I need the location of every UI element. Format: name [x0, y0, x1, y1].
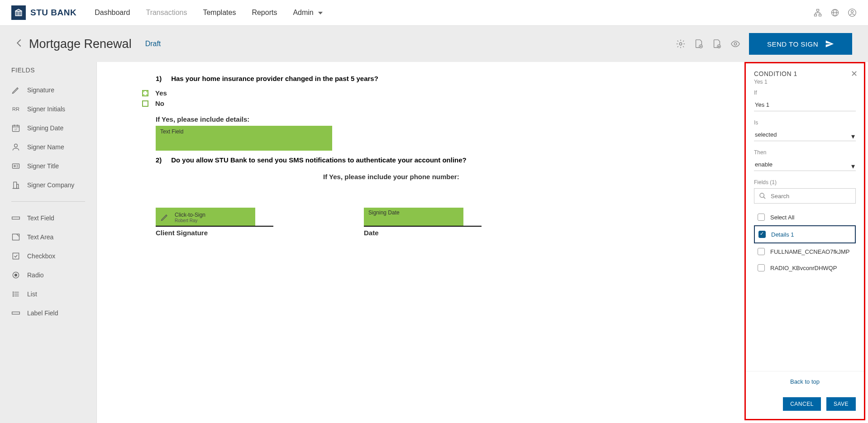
checkbox — [758, 264, 765, 271]
radio-no[interactable]: No — [142, 98, 809, 109]
if-input[interactable] — [754, 99, 856, 111]
gear-icon[interactable] — [676, 39, 686, 49]
signature-row: Click-to-Sign Robert Ray Client Signatur… — [156, 208, 809, 237]
nav-admin[interactable]: Admin — [293, 9, 322, 17]
field-label: Signing Date — [27, 124, 63, 132]
user-icon[interactable] — [848, 8, 857, 17]
field-list[interactable]: List — [0, 285, 96, 304]
cancel-button[interactable]: CANCEL — [783, 397, 821, 411]
search-input[interactable] — [771, 193, 851, 200]
field-label: Text Area — [27, 233, 53, 241]
sitemap-icon[interactable] — [813, 8, 822, 17]
sub-header: Mortgage Renewal Draft SEND TO SIGN — [0, 26, 868, 62]
nav-transactions[interactable]: Transactions — [146, 9, 187, 17]
list-icon — [11, 290, 20, 299]
field-signer-company[interactable]: Signer Company — [0, 176, 96, 195]
send-to-sign-button[interactable]: SEND TO SIGN — [749, 33, 852, 55]
nav-templates[interactable]: Templates — [203, 9, 236, 17]
q1-text: Has your home insurance provider changed… — [171, 75, 378, 82]
page-title: Mortgage Renewal — [29, 37, 132, 51]
svg-point-44 — [13, 294, 14, 295]
textarea-icon — [11, 233, 20, 242]
q1-number: 1) — [156, 75, 169, 82]
svg-point-45 — [13, 295, 14, 296]
field-label: List — [27, 290, 37, 298]
svg-rect-37 — [13, 253, 19, 259]
field-signature[interactable]: Signature — [0, 81, 96, 100]
sub-header-actions: SEND TO SIGN — [676, 33, 852, 55]
sig-line — [156, 226, 273, 227]
field-item-fullname[interactable]: FULLNAME_CCNEAO7fkJMP — [754, 243, 856, 260]
field-item-radio[interactable]: RADIO_KBvconrDHWQP — [754, 260, 856, 276]
badge-icon — [11, 162, 20, 171]
globe-icon[interactable] — [830, 8, 839, 17]
field-signer-title[interactable]: Signer Title — [0, 157, 96, 176]
select-all-row[interactable]: Select All — [754, 209, 856, 225]
panel-title: CONDITION 1 — [754, 70, 856, 77]
radio-icon — [11, 271, 20, 280]
svg-point-27 — [14, 144, 18, 147]
save-button[interactable]: SAVE — [826, 397, 856, 411]
svg-rect-35 — [12, 217, 20, 219]
details-text-field[interactable]: Text Field — [156, 126, 332, 151]
svg-point-16 — [679, 43, 682, 45]
field-label: Label Field — [27, 309, 58, 317]
field-label: Signer Title — [27, 162, 59, 170]
signature-field[interactable]: Click-to-Sign Robert Ray — [156, 208, 255, 227]
nav-dashboard[interactable]: Dashboard — [95, 9, 130, 17]
paper-plane-icon — [825, 39, 834, 48]
field-label: Signer Company — [27, 181, 74, 189]
field-text-field[interactable]: Text Field — [0, 209, 96, 228]
svg-point-21 — [734, 43, 737, 45]
date-field-label: Signing Date — [368, 209, 400, 216]
svg-rect-6 — [819, 14, 821, 16]
select-all-checkbox — [758, 214, 765, 221]
question-2: 2) Do you allow STU Bank to send you SMS… — [156, 156, 809, 164]
field-signing-date[interactable]: 17 Signing Date — [0, 119, 96, 138]
doc-down-icon[interactable] — [712, 39, 722, 49]
main: FIELDS Signature RR Signer Initials 17 S… — [0, 62, 868, 423]
date-label: Date — [364, 229, 482, 237]
sig-signer-name: Robert Ray — [175, 218, 205, 223]
back-chevron-icon[interactable] — [16, 38, 22, 50]
close-icon[interactable]: ✕ — [851, 69, 858, 79]
then-label: Then — [754, 149, 856, 156]
sig-click-label: Click-to-Sign — [175, 212, 205, 218]
condition-panel: CONDITION 1 Yes 1 ✕ If Is selected ▾ The… — [744, 62, 865, 420]
checkbox-icon — [11, 252, 20, 261]
field-signer-name[interactable]: Signer Name — [0, 138, 96, 157]
then-select[interactable]: enable — [754, 158, 856, 171]
svg-point-15 — [851, 10, 854, 13]
panel-subtitle: Yes 1 — [754, 79, 856, 85]
nav-reports[interactable]: Reports — [252, 9, 277, 17]
svg-rect-33 — [17, 184, 19, 188]
q2-detail-prompt: If Yes, please include your phone number… — [323, 173, 809, 181]
logo[interactable]: STU BANK — [11, 5, 76, 20]
field-label: Text Field — [27, 214, 54, 222]
text-field-placeholder: Text Field — [160, 128, 183, 135]
logo-icon — [11, 5, 26, 20]
radio-yes[interactable]: Yes — [142, 88, 809, 98]
eye-icon[interactable] — [730, 39, 741, 49]
date-block: Signing Date Date — [364, 208, 482, 237]
field-label[interactable]: Label Field — [0, 304, 96, 323]
back-to-top-link[interactable]: Back to top — [746, 371, 864, 392]
date-field[interactable]: Signing Date — [364, 208, 463, 227]
search-box[interactable] — [754, 188, 856, 204]
svg-rect-32 — [14, 182, 17, 188]
q2-number: 2) — [156, 156, 169, 164]
sidebar-divider — [11, 201, 85, 202]
is-select[interactable]: selected — [754, 128, 856, 141]
is-label: Is — [754, 119, 856, 126]
doc-plus-icon[interactable] — [694, 39, 704, 49]
field-checkbox[interactable]: Checkbox — [0, 247, 96, 266]
field-text-area[interactable]: Text Area — [0, 228, 96, 247]
field-initials[interactable]: RR Signer Initials — [0, 100, 96, 119]
item-label: FULLNAME_CCNEAO7fkJMP — [770, 248, 850, 255]
svg-rect-46 — [12, 312, 20, 314]
field-radio[interactable]: Radio — [0, 266, 96, 285]
field-item-details1[interactable]: Details 1 — [754, 225, 856, 243]
svg-point-43 — [13, 292, 14, 293]
svg-text:17: 17 — [14, 128, 17, 131]
nav-items: Dashboard Transactions Templates Reports… — [95, 9, 323, 17]
